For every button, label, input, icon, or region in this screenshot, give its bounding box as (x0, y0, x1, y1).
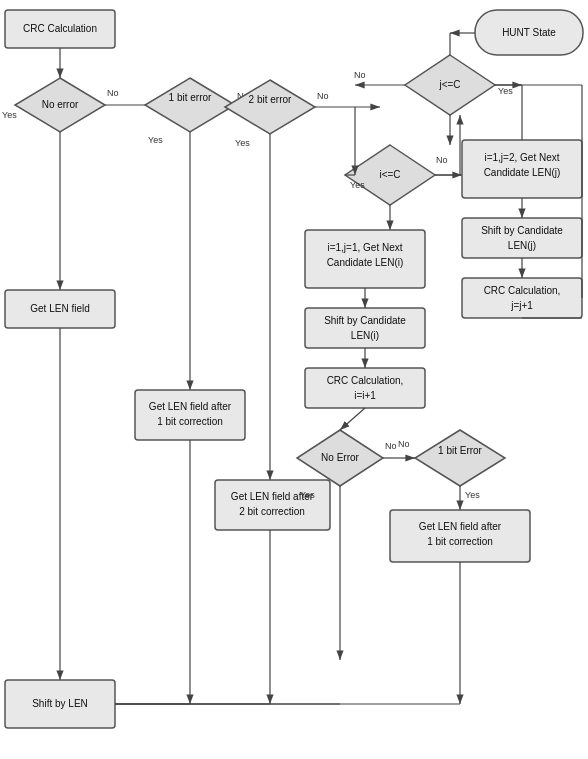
yes-label-1: Yes (2, 110, 17, 120)
arrow-ic-no-up (435, 115, 460, 175)
get-len-2bit-label2: 2 bit correction (239, 506, 305, 517)
crc-calc-i-label1: CRC Calculation, (327, 375, 404, 386)
one-bit-error2-diamond (415, 430, 505, 486)
shift-cand-j-label1: Shift by Candidate (481, 225, 563, 236)
get-len-1bit-lower-label1: Get LEN field after (419, 521, 502, 532)
shift-by-len-label: Shift by LEN (32, 698, 88, 709)
shift-cand-i-label2: LEN(i) (351, 330, 379, 341)
no-label-ic-up: No (436, 155, 448, 165)
flowchart-diagram: CRC Calculation No error Yes No Get LEN … (0, 0, 588, 759)
yes-label-1bit2: Yes (465, 490, 480, 500)
shift-cand-j-label2: LEN(j) (508, 240, 536, 251)
get-next-len-j-label1: i=1,j=2, Get Next (484, 152, 559, 163)
crc-calc-j-label1: CRC Calculation, (484, 285, 561, 296)
no-label-3: No (317, 91, 329, 101)
yes-label-3: Yes (235, 138, 250, 148)
j-leq-c-label: j<=C (438, 79, 460, 90)
get-len-1bit-lower-label2: 1 bit correction (427, 536, 493, 547)
one-bit-error2-label: 1 bit Error (438, 445, 483, 456)
yes-label-ic: Yes (350, 180, 365, 190)
crc-calc-label: CRC Calculation (23, 23, 97, 34)
no-error-diamond2-label: No Error (321, 452, 359, 463)
one-bit-error-diamond (145, 78, 235, 132)
get-len-label: Get LEN field (30, 303, 89, 314)
no-label-1: No (107, 88, 119, 98)
hunt-state-label: HUNT State (502, 27, 556, 38)
get-len-1bit-label: Get LEN field after (149, 401, 232, 412)
one-bit-label: 1 bit error (169, 92, 212, 103)
two-bit-error-diamond (225, 80, 315, 134)
get-next-len-j-label2: Candidate LEN(j) (484, 167, 561, 178)
get-next-len-i-label1: i=1,j=1, Get Next (327, 242, 402, 253)
no-label-jc: No (354, 70, 366, 80)
get-next-len-i-label2: Candidate LEN(i) (327, 257, 404, 268)
two-bit-label: 2 bit error (249, 94, 292, 105)
crc-calc-i-label2: i=i+1 (354, 390, 376, 401)
get-len-1bit-label2: 1 bit correction (157, 416, 223, 427)
crc-calc-j-label2: j=j+1 (510, 300, 533, 311)
i-leq-c-label: i<=C (379, 169, 400, 180)
no-error-label: No error (42, 99, 79, 110)
no-label-noerr2: No (385, 441, 397, 451)
shift-cand-i-label1: Shift by Candidate (324, 315, 406, 326)
yes-label-noerr2: Yes (300, 490, 315, 500)
arrow-crci-noerror2 (340, 408, 365, 430)
yes-label-jc: Yes (498, 86, 513, 96)
no-label-noerr2-above: No (398, 439, 410, 449)
yes-label-2: Yes (148, 135, 163, 145)
